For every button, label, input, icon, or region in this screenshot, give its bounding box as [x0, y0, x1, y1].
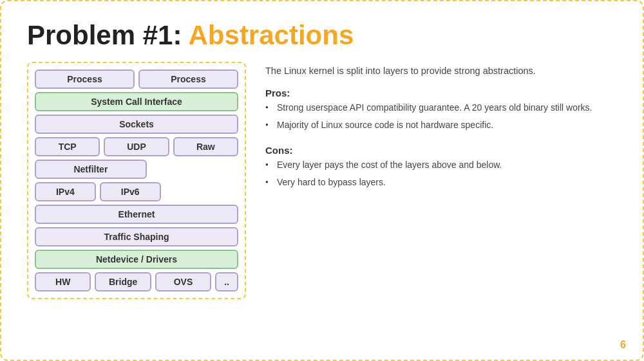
box-ipv6: IPv6	[100, 182, 161, 201]
diagram-row-3: Sockets	[35, 115, 238, 134]
intro-text: The Linux kernel is split into layers to…	[265, 64, 617, 79]
box-process-2: Process	[138, 69, 238, 89]
cons-section: Cons: Every layer pays the cost of the l…	[265, 145, 617, 193]
content-area: Process Process System Call Interface So…	[27, 62, 617, 347]
box-ipv4: IPv4	[35, 182, 96, 201]
pros-label: Pros:	[265, 88, 617, 98]
box-hw: HW	[35, 272, 91, 292]
box-dotdot: ..	[215, 272, 238, 292]
box-tcp: TCP	[35, 137, 100, 156]
diagram-row-5: Netfilter	[35, 160, 238, 179]
box-netdevice-drivers: Netdevice / Drivers	[35, 250, 238, 269]
cons-list: Every layer pays the cost of the layers …	[265, 158, 617, 193]
box-process-1: Process	[35, 69, 135, 89]
diagram-row-6: IPv4 IPv6	[35, 182, 238, 201]
box-raw: Raw	[173, 137, 238, 156]
diagram-row-8: Traffic Shaping	[35, 227, 238, 246]
pros-list: Strong userspace API compatibility guara…	[265, 101, 617, 136]
title-prefix: Problem #1:	[27, 20, 189, 50]
box-ovs: OVS	[155, 272, 211, 292]
diagram-row-7: Ethernet	[35, 205, 238, 224]
box-udp: UDP	[104, 137, 169, 156]
diagram-row-2: System Call Interface	[35, 92, 238, 111]
box-sockets: Sockets	[35, 115, 238, 134]
box-ethernet: Ethernet	[35, 205, 238, 224]
box-system-call-interface: System Call Interface	[35, 92, 238, 111]
diagram-row-10: HW Bridge OVS ..	[35, 272, 238, 292]
box-netfilter: Netfilter	[35, 160, 147, 179]
diagram-row-9: Netdevice / Drivers	[35, 250, 238, 269]
box-bridge: Bridge	[95, 272, 151, 292]
slide-title: Problem #1: Abstractions	[27, 21, 617, 50]
title-accent: Abstractions	[189, 20, 354, 50]
diagram: Process Process System Call Interface So…	[27, 62, 246, 299]
text-panel: The Linux kernel is split into layers to…	[265, 62, 617, 347]
cons-item-2: Very hard to bypass layers.	[265, 176, 617, 189]
pros-item-1: Strong userspace API compatibility guara…	[265, 101, 617, 115]
pros-section: Pros: Strong userspace API compatibility…	[265, 88, 617, 136]
diagram-row-4: TCP UDP Raw	[35, 137, 238, 156]
cons-label: Cons:	[265, 145, 617, 156]
cons-item-1: Every layer pays the cost of the layers …	[265, 158, 617, 172]
page-number: 6	[620, 339, 626, 351]
pros-item-2: Majority of Linux source code is not har…	[265, 118, 617, 132]
diagram-row-1: Process Process	[35, 69, 238, 89]
box-traffic-shaping: Traffic Shaping	[35, 227, 238, 246]
slide: Problem #1: Abstractions Process Process…	[0, 0, 644, 361]
